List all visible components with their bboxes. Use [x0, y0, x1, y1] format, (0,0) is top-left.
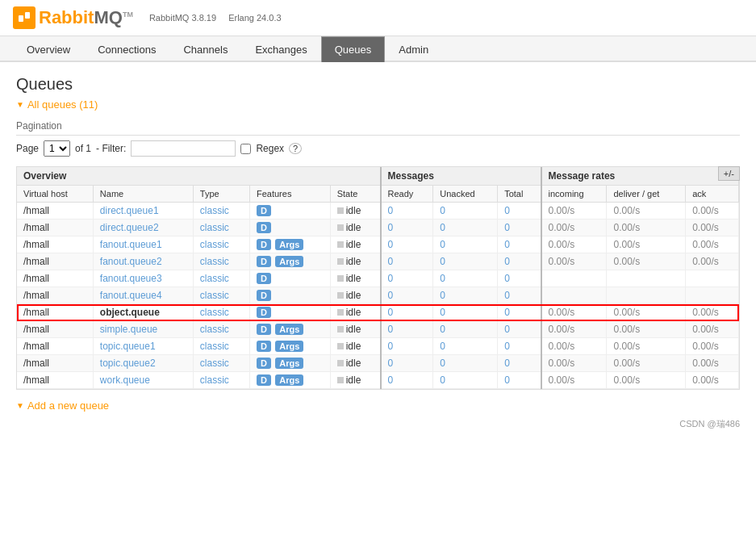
- nav-connections[interactable]: Connections: [84, 36, 169, 62]
- cell-incoming: 0.00/s: [541, 372, 607, 389]
- cell-ready: 0: [381, 287, 433, 304]
- cell-ready: 0: [381, 321, 433, 338]
- tag-d: D: [257, 374, 271, 386]
- cell-deliver: [607, 270, 686, 287]
- table-row[interactable]: /hmalltopic.queue1classicD Argsidle0000.…: [17, 338, 739, 355]
- cell-type: classic: [193, 338, 249, 355]
- cell-name[interactable]: object.queue: [93, 304, 193, 321]
- cell-ack: 0.00/s: [686, 372, 739, 389]
- cell-name[interactable]: direct.queue2: [93, 220, 193, 236]
- cell-name[interactable]: work.queue: [93, 372, 193, 389]
- cell-vhost: /hmall: [17, 287, 93, 304]
- cell-state: idle: [330, 220, 380, 236]
- cell-vhost: /hmall: [17, 372, 93, 389]
- cell-features: D: [249, 304, 330, 321]
- cell-name[interactable]: topic.queue1: [93, 338, 193, 355]
- cell-unacked: 0: [433, 220, 498, 236]
- cell-ack: [686, 287, 739, 304]
- cell-total: 0: [498, 253, 541, 270]
- cell-unacked: 0: [433, 304, 498, 321]
- cell-type: classic: [193, 287, 249, 304]
- cell-ready: 0: [381, 355, 433, 372]
- cell-features: D Args: [249, 321, 330, 338]
- cell-features: D Args: [249, 338, 330, 355]
- cell-name[interactable]: topic.queue2: [93, 355, 193, 372]
- th-ack: ack: [686, 186, 739, 203]
- pagination-section: Pagination Page 1 of 1 - Filter: Regex ?: [16, 120, 740, 157]
- cell-unacked: 0: [433, 321, 498, 338]
- cell-unacked: 0: [433, 372, 498, 389]
- cell-ready: 0: [381, 304, 433, 321]
- cell-deliver: [607, 287, 686, 304]
- table-row[interactable]: /hmalldirect.queue2classicDidle0000.00/s…: [17, 220, 739, 236]
- cell-features: D: [249, 287, 330, 304]
- cell-total: 0: [498, 236, 541, 253]
- nav-exchanges[interactable]: Exchanges: [241, 36, 320, 62]
- nav-queues[interactable]: Queues: [321, 36, 386, 62]
- logo-text: RabbitMQTM: [39, 7, 133, 28]
- cell-ack: [686, 270, 739, 287]
- cell-vhost: /hmall: [17, 355, 93, 372]
- header: RabbitMQTM RabbitMQ 3.8.19 Erlang 24.0.3…: [0, 0, 756, 62]
- state-dot-icon: [337, 275, 344, 282]
- add-queue-section[interactable]: ▼ Add a new queue: [16, 399, 740, 412]
- tag-args: Args: [275, 341, 303, 352]
- cell-total: 0: [498, 321, 541, 338]
- cell-vhost: /hmall: [17, 304, 93, 321]
- state-dot-icon: [337, 326, 344, 333]
- cell-incoming: 0.00/s: [541, 355, 607, 372]
- cell-unacked: 0: [433, 355, 498, 372]
- table-row[interactable]: /hmallfanout.queue1classicD Argsidle0000…: [17, 236, 739, 253]
- cell-ready: 0: [381, 220, 433, 236]
- nav-channels[interactable]: Channels: [169, 36, 241, 62]
- table-row[interactable]: /hmalldirect.queue1classicDidle0000.00/s…: [17, 203, 739, 220]
- table-row[interactable]: /hmallwork.queueclassicD Argsidle0000.00…: [17, 372, 739, 389]
- cell-deliver: 0.00/s: [607, 236, 686, 253]
- cell-state: idle: [330, 236, 380, 253]
- nav-admin[interactable]: Admin: [385, 36, 442, 62]
- table-row[interactable]: /hmallfanout.queue3classicDidle000: [17, 270, 739, 287]
- cell-name[interactable]: fanout.queue4: [93, 287, 193, 304]
- cell-state: idle: [330, 203, 380, 220]
- table-row[interactable]: /hmallsimple.queueclassicD Argsidle0000.…: [17, 321, 739, 338]
- cell-ready: 0: [381, 253, 433, 270]
- nav-overview[interactable]: Overview: [13, 36, 84, 62]
- table-row[interactable]: /hmallfanout.queue4classicDidle000: [17, 287, 739, 304]
- cell-vhost: /hmall: [17, 270, 93, 287]
- cell-type: classic: [193, 321, 249, 338]
- page-title: Queues: [16, 75, 740, 94]
- regex-checkbox[interactable]: [240, 144, 251, 154]
- main-nav: Overview Connections Channels Exchanges …: [0, 36, 756, 62]
- plus-minus-button[interactable]: +/-: [718, 166, 740, 181]
- tag-d: D: [257, 222, 271, 233]
- cell-incoming: 0.00/s: [541, 321, 607, 338]
- cell-name[interactable]: direct.queue1: [93, 203, 193, 220]
- cell-features: D Args: [249, 253, 330, 270]
- cell-deliver: 0.00/s: [607, 338, 686, 355]
- state-dot-icon: [337, 343, 344, 349]
- filter-label: - Filter:: [96, 143, 126, 154]
- cell-name[interactable]: fanout.queue1: [93, 236, 193, 253]
- section-header[interactable]: ▼ All queues (11): [16, 98, 740, 111]
- cell-total: 0: [498, 338, 541, 355]
- state-idle: idle: [337, 290, 374, 301]
- add-queue-arrow-icon: ▼: [16, 401, 24, 410]
- cell-name[interactable]: fanout.queue3: [93, 270, 193, 287]
- cell-state: idle: [330, 270, 380, 287]
- th-features: Features: [249, 186, 330, 203]
- cell-ready: 0: [381, 372, 433, 389]
- table-row[interactable]: /hmallobject.queueclassicDidle0000.00/s0…: [17, 304, 739, 321]
- cell-name[interactable]: simple.queue: [93, 321, 193, 338]
- filter-input[interactable]: [131, 140, 236, 157]
- cell-unacked: 0: [433, 270, 498, 287]
- cell-name[interactable]: fanout.queue2: [93, 253, 193, 270]
- cell-type: classic: [193, 203, 249, 220]
- regex-help[interactable]: ?: [289, 143, 302, 154]
- cell-incoming: [541, 270, 607, 287]
- tag-d: D: [257, 205, 271, 216]
- table-row[interactable]: /hmalltopic.queue2classicD Argsidle0000.…: [17, 355, 739, 372]
- cell-features: D Args: [249, 355, 330, 372]
- table-row[interactable]: /hmallfanout.queue2classicD Argsidle0000…: [17, 253, 739, 270]
- th-total: Total: [498, 186, 541, 203]
- page-select[interactable]: 1: [44, 140, 70, 157]
